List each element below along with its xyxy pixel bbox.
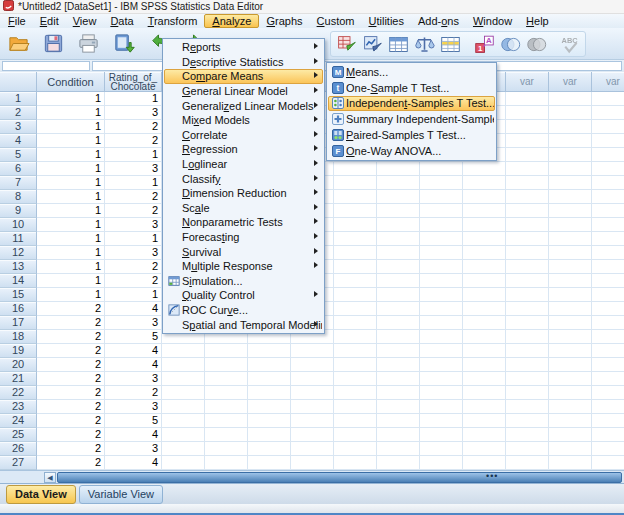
row-header[interactable]: 24	[0, 414, 37, 428]
cell-rating[interactable]: 2	[105, 120, 162, 134]
cell-empty[interactable]	[592, 302, 624, 316]
row-header[interactable]: 4	[0, 134, 37, 148]
menubar-item-custom[interactable]: Custom	[310, 14, 362, 28]
submenu-item-one-sample-t-test[interactable]: tOne-Sample T Test...	[328, 80, 495, 96]
analyze-menu-item-regression[interactable]: Regression	[164, 142, 323, 157]
analyze-menu-item-reports[interactable]: Reports	[164, 40, 323, 55]
cell-empty[interactable]	[549, 386, 592, 400]
cell-rating[interactable]: 1	[105, 92, 162, 106]
row-header[interactable]: 2	[0, 106, 37, 120]
cell-empty[interactable]	[506, 302, 549, 316]
cell-empty[interactable]	[549, 316, 592, 330]
menubar-item-graphs[interactable]: Graphs	[259, 14, 309, 28]
cell-empty[interactable]	[592, 218, 624, 232]
cell-rating[interactable]: 3	[105, 106, 162, 120]
cell-rating[interactable]: 1	[105, 148, 162, 162]
cell-empty[interactable]	[463, 400, 506, 414]
cell-empty[interactable]	[506, 246, 549, 260]
cell-empty[interactable]	[377, 372, 420, 386]
cell-empty[interactable]	[463, 218, 506, 232]
cell-empty[interactable]	[420, 456, 463, 470]
tab-variable-view[interactable]: Variable View	[79, 485, 163, 504]
cell-empty[interactable]	[205, 372, 248, 386]
cell-empty[interactable]	[205, 428, 248, 442]
cell-empty[interactable]	[463, 316, 506, 330]
cell-empty[interactable]	[162, 442, 205, 456]
cell-empty[interactable]	[291, 428, 334, 442]
cell-empty[interactable]	[506, 316, 549, 330]
submenu-item-independent-samples-t-test[interactable]: Independent-Samples T Test...	[328, 96, 495, 112]
cell-empty[interactable]	[463, 372, 506, 386]
cell-rating[interactable]: 4	[105, 456, 162, 470]
cell-empty[interactable]	[291, 358, 334, 372]
cell-empty[interactable]	[334, 344, 377, 358]
cell-empty[interactable]	[506, 400, 549, 414]
use-variable-sets-icon[interactable]	[498, 32, 522, 56]
cell-empty[interactable]	[463, 414, 506, 428]
cell-empty[interactable]	[506, 274, 549, 288]
cell-empty[interactable]	[506, 372, 549, 386]
cell-rating[interactable]: 5	[105, 330, 162, 344]
cell-empty[interactable]	[592, 120, 624, 134]
cell-empty[interactable]	[334, 358, 377, 372]
cell-empty[interactable]	[506, 442, 549, 456]
column-header-rating-of-chocolate[interactable]: Rating_of_Chocolate	[105, 72, 162, 92]
cell-empty[interactable]	[463, 190, 506, 204]
cell-empty[interactable]	[463, 176, 506, 190]
cell-empty[interactable]	[549, 442, 592, 456]
cell-empty[interactable]	[592, 134, 624, 148]
cell-empty[interactable]	[248, 386, 291, 400]
cell-empty[interactable]	[549, 414, 592, 428]
cell-empty[interactable]	[506, 190, 549, 204]
cell-condition[interactable]: 1	[37, 274, 105, 288]
cell-empty[interactable]	[420, 162, 463, 176]
cell-empty[interactable]	[420, 190, 463, 204]
cell-empty[interactable]	[334, 372, 377, 386]
cell-empty[interactable]	[248, 372, 291, 386]
cell-empty[interactable]	[420, 218, 463, 232]
row-header[interactable]: 13	[0, 260, 37, 274]
cell-empty[interactable]	[592, 358, 624, 372]
menubar-item-utilities[interactable]: Utilities	[362, 14, 411, 28]
cell-condition[interactable]: 2	[37, 428, 105, 442]
cell-empty[interactable]	[592, 232, 624, 246]
cell-rating[interactable]: 2	[105, 274, 162, 288]
cell-empty[interactable]	[506, 456, 549, 470]
show-all-variables-icon[interactable]	[524, 32, 548, 56]
cell-empty[interactable]	[463, 358, 506, 372]
cell-empty[interactable]	[506, 386, 549, 400]
cell-empty[interactable]	[420, 232, 463, 246]
cell-empty[interactable]	[592, 92, 624, 106]
cell-rating[interactable]: 2	[105, 190, 162, 204]
cell-empty[interactable]	[334, 386, 377, 400]
cell-empty[interactable]	[420, 260, 463, 274]
cell-rating[interactable]: 4	[105, 428, 162, 442]
cell-empty[interactable]	[420, 386, 463, 400]
cell-empty[interactable]	[592, 176, 624, 190]
cell-empty[interactable]	[248, 344, 291, 358]
cell-condition[interactable]: 1	[37, 246, 105, 260]
goto-variable-icon[interactable]	[360, 32, 384, 56]
cell-empty[interactable]	[592, 190, 624, 204]
cell-empty[interactable]	[248, 400, 291, 414]
cell-empty[interactable]	[377, 344, 420, 358]
cell-empty[interactable]	[334, 274, 377, 288]
cell-empty[interactable]	[506, 148, 549, 162]
cell-rating[interactable]: 2	[105, 134, 162, 148]
cell-empty[interactable]	[549, 358, 592, 372]
cell-empty[interactable]	[592, 246, 624, 260]
menubar-item-help[interactable]: Help	[519, 14, 556, 28]
cell-empty[interactable]	[334, 288, 377, 302]
menubar-item-analyze[interactable]: Analyze	[204, 14, 259, 28]
cell-empty[interactable]	[377, 400, 420, 414]
cell-empty[interactable]	[549, 134, 592, 148]
analyze-menu-item-generalized-linear-models[interactable]: Generalized Linear Models	[164, 98, 323, 113]
row-header[interactable]: 16	[0, 302, 37, 316]
row-header[interactable]: 11	[0, 232, 37, 246]
cell-empty[interactable]	[592, 316, 624, 330]
analyze-menu-item-loglinear[interactable]: Loglinear	[164, 157, 323, 172]
row-header[interactable]: 19	[0, 344, 37, 358]
cell-empty[interactable]	[420, 428, 463, 442]
cell-rating[interactable]: 3	[105, 442, 162, 456]
cell-empty[interactable]	[248, 358, 291, 372]
